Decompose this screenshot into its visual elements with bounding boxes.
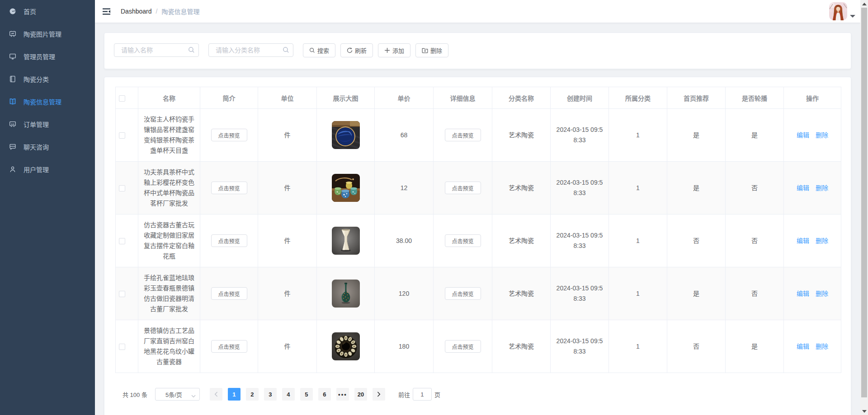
prev-page-button[interactable] — [210, 388, 222, 401]
cell-price: 38.00 — [375, 214, 434, 267]
header-name: 名称 — [138, 87, 200, 109]
category-search-input[interactable] — [208, 43, 293, 57]
edit-link[interactable]: 编辑 — [797, 290, 809, 297]
name-search-field — [114, 43, 199, 57]
intro-preview-button[interactable]: 点击预览 — [211, 287, 247, 300]
user-icon — [9, 166, 16, 173]
sidebar-item-label: 陶瓷分类 — [24, 75, 49, 84]
intro-preview-button[interactable]: 点击预览 — [211, 182, 247, 194]
cell-category: 艺术陶瓷 — [492, 162, 551, 214]
cell-created: 2024-03-15 09:58:33 — [551, 162, 609, 214]
page-button-6[interactable]: 6 — [318, 388, 331, 401]
table-row: 景德镇仿古工艺品厂家直销吉州窑白地黑花花鸟纹小罐古董瓷器 点击预览 件 — [116, 320, 841, 373]
sidebar-item-ceramic-category[interactable]: 陶瓷分类 — [0, 68, 95, 90]
search-icon — [283, 47, 289, 55]
sidebar-item-label: 用户管理 — [24, 165, 49, 174]
detail-preview-button[interactable]: 点击预览 — [445, 287, 481, 300]
cell-carousel: 否 — [726, 267, 784, 320]
cell-recommend: 否 — [667, 214, 726, 267]
pagination-total: 共 100 条 — [123, 390, 147, 399]
delete-link[interactable]: 删除 — [816, 131, 828, 139]
breadcrumb: Dashboard / 陶瓷信息管理 — [121, 7, 199, 16]
select-all-checkbox[interactable] — [119, 95, 125, 102]
product-image-white-glazed-vase[interactable] — [332, 227, 360, 255]
detail-preview-button[interactable]: 点击预览 — [445, 234, 481, 247]
sidebar-item-order-manage[interactable]: 订单管理 — [0, 113, 95, 135]
row-checkbox[interactable] — [119, 132, 125, 139]
cell-category: 艺术陶瓷 — [492, 267, 551, 320]
sidebar-item-home[interactable]: 首页 — [0, 0, 95, 23]
cell-carousel: 否 — [726, 214, 784, 267]
intro-preview-button[interactable]: 点击预览 — [211, 234, 247, 247]
sidebar-item-label: 陶瓷信息管理 — [24, 97, 61, 106]
header-select-all — [116, 87, 138, 109]
add-button[interactable]: 添加 — [378, 43, 410, 57]
sidebar-item-user-manage[interactable]: 用户管理 — [0, 158, 95, 181]
edit-link[interactable]: 编辑 — [797, 184, 809, 191]
edit-link[interactable]: 编辑 — [797, 343, 809, 350]
sidebar-item-ceramic-pictures[interactable]: 陶瓷图片管理 — [0, 23, 95, 45]
scrollbar-up-arrow[interactable] — [860, 0, 868, 8]
header-intro: 简介 — [200, 87, 258, 109]
picture-board-icon — [9, 30, 16, 37]
intro-preview-button[interactable]: 点击预览 — [211, 129, 247, 141]
sidebar-item-chat[interactable]: 聊天咨询 — [0, 135, 95, 158]
delete-button[interactable]: 删除 — [415, 43, 448, 57]
row-checkbox[interactable] — [119, 291, 125, 297]
header-image: 展示大图 — [317, 87, 375, 109]
toolbar-buttons: 搜索 刷新 添加 删除 — [303, 43, 448, 57]
page-button-5[interactable]: 5 — [300, 388, 313, 401]
sidebar: 首页 陶瓷图片管理 管理员管理 陶瓷分类 陶瓷信息管理 — [0, 0, 95, 415]
delete-link[interactable]: 删除 — [816, 290, 828, 297]
page-button-4[interactable]: 4 — [282, 388, 295, 401]
plus-icon — [384, 47, 390, 53]
product-image-colored-tea-cups[interactable] — [332, 174, 360, 202]
search-button[interactable]: 搜索 — [303, 43, 335, 57]
search-icon — [309, 47, 315, 53]
sidebar-fold-icon[interactable] — [95, 0, 117, 23]
edit-link[interactable]: 编辑 — [797, 131, 809, 139]
detail-preview-button[interactable]: 点击预览 — [445, 129, 481, 141]
cell-carousel: 是 — [726, 320, 784, 373]
page-button-3[interactable]: 3 — [264, 388, 277, 401]
product-image-peacock-blue-vase[interactable] — [332, 280, 360, 308]
page-size-select[interactable]: 5条/页 — [155, 388, 200, 401]
intro-preview-button[interactable]: 点击预览 — [211, 340, 247, 353]
search-toolbar-card: 搜索 刷新 添加 删除 — [104, 33, 851, 69]
page-button-20[interactable]: 20 — [354, 388, 367, 401]
name-search-input[interactable] — [114, 43, 199, 57]
sidebar-item-ceramic-info[interactable]: 陶瓷信息管理 — [0, 90, 95, 113]
delete-link[interactable]: 删除 — [816, 343, 828, 350]
delete-link[interactable]: 删除 — [816, 184, 828, 191]
scrollbar-down-arrow[interactable] — [860, 407, 868, 415]
refresh-button[interactable]: 刷新 — [340, 43, 373, 57]
delete-link[interactable]: 删除 — [816, 237, 828, 244]
product-image-blue-glazed-bowl[interactable] — [332, 121, 360, 149]
sidebar-item-label: 聊天咨询 — [24, 142, 49, 151]
pagination: 共 100 条 5条/页 1 2 3 4 5 6 ••• 20 — [115, 388, 840, 401]
page-button-1[interactable]: 1 — [228, 388, 241, 401]
detail-preview-button[interactable]: 点击预览 — [445, 340, 481, 353]
page-button-2[interactable]: 2 — [246, 388, 259, 401]
detail-preview-button[interactable]: 点击预览 — [445, 182, 481, 194]
cell-parent-category: 1 — [609, 109, 667, 162]
vertical-scrollbar[interactable] — [860, 0, 868, 415]
breadcrumb-dashboard[interactable]: Dashboard — [121, 8, 152, 15]
row-checkbox[interactable] — [119, 238, 125, 244]
order-board-icon — [9, 121, 16, 128]
cell-category: 艺术陶瓷 — [492, 320, 551, 373]
scrollbar-thumb[interactable] — [861, 8, 867, 397]
product-image-black-flower-jar[interactable] — [332, 332, 360, 360]
sidebar-item-admin-manage[interactable]: 管理员管理 — [0, 45, 95, 68]
row-checkbox[interactable] — [119, 185, 125, 191]
cell-recommend: 是 — [667, 162, 726, 214]
cell-created: 2024-03-15 09:58:33 — [551, 214, 609, 267]
goto-page-input[interactable] — [413, 388, 432, 401]
next-page-button[interactable] — [373, 388, 385, 401]
user-avatar[interactable] — [829, 2, 855, 20]
more-pages-button[interactable]: ••• — [336, 388, 349, 401]
row-checkbox[interactable] — [119, 344, 125, 350]
header-category: 分类名称 — [492, 87, 551, 109]
cell-recommend: 否 — [667, 320, 726, 373]
edit-link[interactable]: 编辑 — [797, 237, 809, 244]
